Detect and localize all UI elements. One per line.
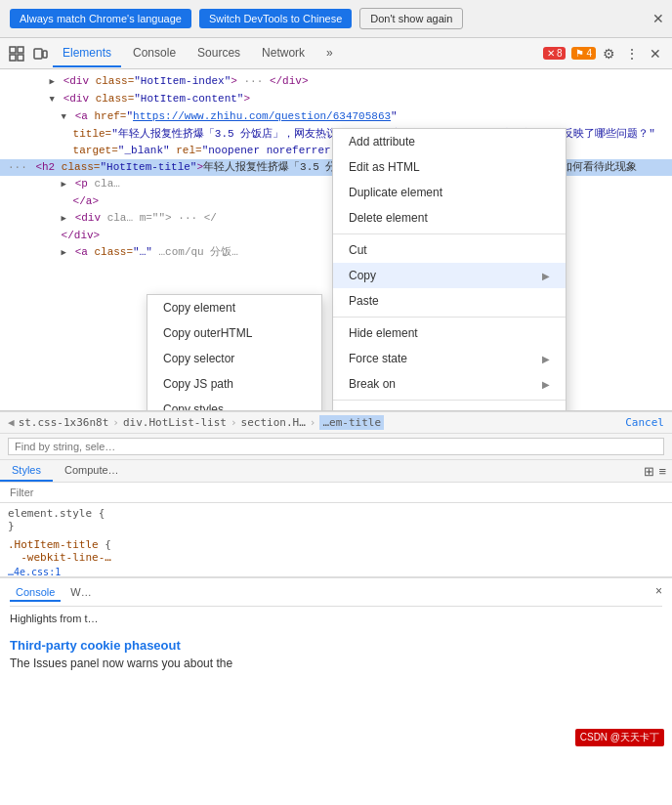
breadcrumb-item-2[interactable]: section.H… xyxy=(241,416,306,429)
styles-icon-1[interactable]: ⊞ xyxy=(644,464,654,479)
svg-rect-5 xyxy=(43,51,47,58)
styles-tabs: Styles Compute… ⊞ ≡ xyxy=(0,460,672,483)
breadcrumb-item-3[interactable]: …em-title xyxy=(319,415,384,430)
svg-rect-4 xyxy=(34,49,42,59)
svg-rect-3 xyxy=(18,55,23,61)
top-banner: Always match Chrome's language Switch De… xyxy=(0,0,672,38)
bottom-section: Third-party cookie phaseout The Issues p… xyxy=(0,630,672,678)
breadcrumb-item-1[interactable]: div.HotList-list xyxy=(123,416,227,429)
ctx-paste[interactable]: Paste xyxy=(333,288,566,314)
switch-devtools-button[interactable]: Switch DevTools to Chinese xyxy=(199,9,352,28)
tab-console[interactable]: Console xyxy=(123,40,186,67)
inspect-icon[interactable] xyxy=(6,43,27,64)
styles-icon-2[interactable]: ≡ xyxy=(658,464,666,479)
elements-panel: ▶ <div class="HotItem-index"> ··· </div>… xyxy=(0,69,672,411)
console-tab-console[interactable]: Console xyxy=(10,584,61,602)
breadcrumb-left-arrow[interactable]: ◀ xyxy=(8,416,15,429)
element-line-1[interactable]: ▶ <div class="HotItem-index"> ··· </div> xyxy=(0,73,672,91)
breadcrumb-cancel-button[interactable]: Cancel xyxy=(625,416,664,429)
filter-bar xyxy=(0,483,672,503)
search-input[interactable] xyxy=(8,438,664,455)
style-line-5: …4e.css:1 xyxy=(8,566,664,577)
device-toolbar-icon[interactable] xyxy=(29,43,51,64)
bottom-text: The Issues panel now warns you about the xyxy=(10,657,662,670)
breadcrumb-bar: ◀ st.css-1x36n8t › div.HotList-list › se… xyxy=(0,411,672,434)
svg-rect-0 xyxy=(10,47,16,53)
tab-elements[interactable]: Elements xyxy=(53,40,121,67)
tab-computed[interactable]: Compute… xyxy=(53,460,131,482)
ctx-copy-element[interactable]: Copy element xyxy=(147,295,321,320)
style-line-2: } xyxy=(8,520,664,532)
tab-styles[interactable]: Styles xyxy=(0,460,53,482)
match-language-button[interactable]: Always match Chrome's language xyxy=(10,9,191,28)
ctx-separator-2 xyxy=(333,317,566,318)
ctx-force-state[interactable]: Force state ▶ xyxy=(333,346,566,371)
tab-sources[interactable]: Sources xyxy=(188,40,250,67)
console-tab-w[interactable]: W… xyxy=(64,584,97,602)
ctx-duplicate-element[interactable]: Duplicate element xyxy=(333,180,566,205)
error-badge: ✕ 8 xyxy=(543,47,567,60)
tab-network[interactable]: Network xyxy=(252,40,315,67)
ctx-copy-selector[interactable]: Copy selector xyxy=(147,346,321,371)
svg-rect-1 xyxy=(18,47,23,53)
svg-rect-2 xyxy=(10,55,16,61)
warning-badge: ⚑ 4 xyxy=(571,47,596,60)
ctx-copy-styles[interactable]: Copy styles xyxy=(147,397,321,411)
element-line-2[interactable]: ▼ <div class="HotItem-content"> xyxy=(0,91,672,108)
ctx-separator-1 xyxy=(333,233,566,234)
console-close-button[interactable]: × xyxy=(655,584,662,602)
style-line-1: element.style { xyxy=(8,507,664,520)
console-tabs: Console W… × xyxy=(10,584,662,607)
more-options-icon[interactable]: ⋮ xyxy=(621,43,643,64)
csdn-badge: CSDN @天天卡丁 xyxy=(575,729,664,746)
ctx-cut[interactable]: Cut xyxy=(333,237,566,263)
styles-panel: Styles Compute… ⊞ ≡ element.style { } .H… xyxy=(0,460,672,577)
ctx-copy-outerhtml[interactable]: Copy outerHTML xyxy=(147,320,321,346)
dont-show-again-button[interactable]: Don't show again xyxy=(359,8,463,29)
context-menu-right: Add attribute Edit as HTML Duplicate ele… xyxy=(332,128,567,411)
styles-content: element.style { } .HotItem-title { -webk… xyxy=(0,503,672,577)
console-panel: Console W… × Highlights from t… xyxy=(0,577,672,630)
element-line-3[interactable]: ▼ <a href="https://www.zhihu.com/questio… xyxy=(0,108,672,126)
console-output: Highlights from t… xyxy=(10,613,662,624)
ctx-add-attribute[interactable]: Add attribute xyxy=(333,129,566,154)
ctx-copy-jspath[interactable]: Copy JS path xyxy=(147,371,321,397)
ctx-delete-element[interactable]: Delete element xyxy=(333,205,566,231)
search-bar xyxy=(0,434,672,460)
bottom-title: Third-party cookie phaseout xyxy=(10,638,662,653)
ctx-separator-3 xyxy=(333,400,566,401)
styles-filter-input[interactable] xyxy=(6,485,666,500)
settings-icon[interactable]: ⚙ xyxy=(598,43,619,64)
banner-close-button[interactable]: ✕ xyxy=(652,11,664,26)
ctx-hide-element[interactable]: Hide element xyxy=(333,320,566,346)
ctx-expand-recursively[interactable]: Expand recursively xyxy=(333,403,566,411)
ctx-edit-html[interactable]: Edit as HTML xyxy=(333,154,566,180)
tab-more[interactable]: » xyxy=(316,40,343,67)
context-menu-copy-submenu: Copy element Copy outerHTML Copy selecto… xyxy=(147,294,322,411)
style-line-3: .HotItem-title { xyxy=(8,538,664,551)
devtools-toolbar: Elements Console Sources Network » ✕ 8 ⚑… xyxy=(0,38,672,69)
ctx-copy[interactable]: Copy ▶ xyxy=(333,263,566,288)
ctx-break-on[interactable]: Break on ▶ xyxy=(333,371,566,397)
devtools-close-icon[interactable]: ✕ xyxy=(645,43,666,64)
style-line-4: -webkit-line-… xyxy=(8,551,664,564)
breadcrumb-item-0[interactable]: st.css-1x36n8t xyxy=(19,416,109,429)
